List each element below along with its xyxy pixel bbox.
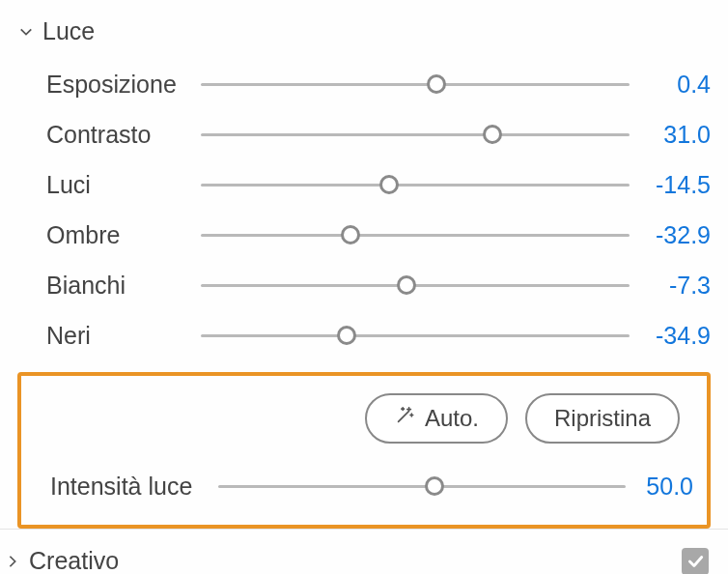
slider-label: Neri <box>46 322 201 350</box>
slider-row: Esposizione0.4 <box>17 59 711 109</box>
chevron-right-icon <box>4 553 21 570</box>
creative-enabled-checkbox[interactable] <box>682 548 709 575</box>
slider[interactable] <box>201 273 630 297</box>
chevron-down-icon <box>17 23 35 41</box>
slider-label: Esposizione <box>46 71 201 99</box>
slider[interactable] <box>201 223 630 246</box>
slider-label: Ombre <box>46 221 201 249</box>
slider-row: Neri-34.9 <box>17 310 711 360</box>
section-light-title: Luce <box>42 17 95 45</box>
slider-value[interactable]: -14.5 <box>630 171 711 199</box>
slider-thumb[interactable] <box>483 125 502 144</box>
slider-row: Ombre-32.9 <box>17 210 711 260</box>
slider-label: Intensità luce <box>50 473 218 501</box>
section-light-header[interactable]: Luce <box>17 12 711 59</box>
slider-thumb[interactable] <box>341 225 360 244</box>
slider[interactable] <box>201 173 630 196</box>
slider-value[interactable]: 50.0 <box>626 473 693 501</box>
section-creative-header[interactable]: Creativo <box>4 547 119 574</box>
auto-button-label: Auto. <box>425 405 479 432</box>
auto-light-highlight: Auto. Ripristina Intensità luce 50.0 <box>17 372 711 529</box>
slider-label: Contrasto <box>46 121 201 149</box>
slider-intensity[interactable] <box>218 474 626 498</box>
slider-row-intensity: Intensità luce 50.0 <box>35 461 693 511</box>
slider[interactable] <box>201 123 630 146</box>
slider-row: Contrasto31.0 <box>17 109 711 159</box>
auto-button[interactable]: Auto. <box>365 393 508 444</box>
reset-button[interactable]: Ripristina <box>525 393 680 444</box>
slider-thumb[interactable] <box>397 275 416 295</box>
slider-thumb[interactable] <box>337 326 356 345</box>
slider-label: Bianchi <box>46 272 201 300</box>
section-creative-title: Creativo <box>29 547 119 574</box>
slider-row: Bianchi-7.3 <box>17 260 711 310</box>
slider[interactable] <box>201 324 630 347</box>
slider-row: Luci-14.5 <box>17 159 711 210</box>
slider-value[interactable]: 0.4 <box>630 71 711 99</box>
magic-wand-icon <box>394 405 415 432</box>
slider-value[interactable]: -32.9 <box>630 221 711 249</box>
slider-thumb[interactable] <box>379 175 399 194</box>
slider-label: Luci <box>46 171 201 199</box>
slider-thumb[interactable] <box>427 74 446 94</box>
slider[interactable] <box>201 72 630 96</box>
slider-thumb[interactable] <box>425 476 444 496</box>
slider-value[interactable]: 31.0 <box>630 121 711 149</box>
slider-value[interactable]: -34.9 <box>630 322 711 350</box>
slider-value[interactable]: -7.3 <box>630 272 711 300</box>
reset-button-label: Ripristina <box>554 405 651 432</box>
